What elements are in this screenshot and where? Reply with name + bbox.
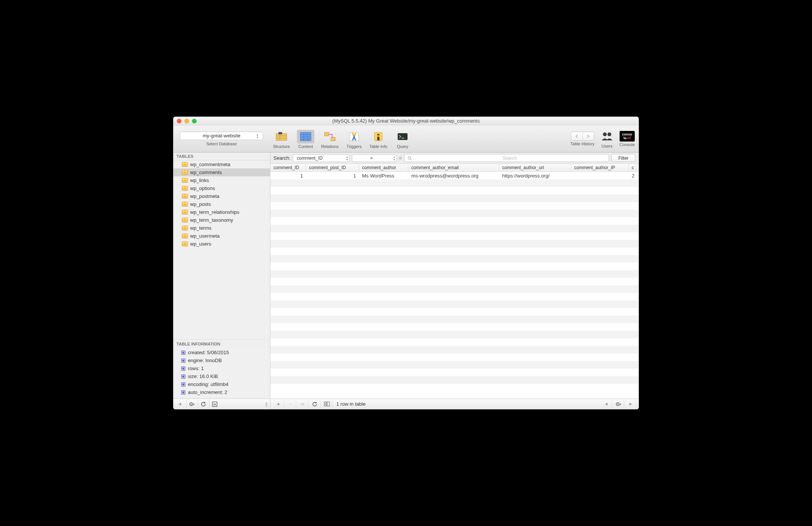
table-row-empty: [270, 285, 639, 293]
table-row-empty: [270, 217, 639, 225]
column-header[interactable]: comment_author_url: [499, 164, 571, 171]
table-history-group: Table History: [570, 132, 595, 146]
column-header[interactable]: comment_author: [359, 164, 408, 171]
table-cell[interactable]: 2: [629, 173, 636, 179]
refresh-tables-button[interactable]: [198, 400, 208, 408]
table-icon: [182, 186, 188, 191]
search-input[interactable]: Search: [404, 154, 609, 162]
window-minimize-button[interactable]: [184, 119, 189, 123]
sidebar-item-table[interactable]: wp_users: [173, 240, 270, 248]
window-zoom-button[interactable]: [192, 119, 197, 123]
page-next-button[interactable]: [625, 400, 636, 408]
sidebar-item-table[interactable]: wp_terms: [173, 224, 270, 232]
table-row-empty: [270, 247, 639, 255]
sidebar-item-table[interactable]: wp_term_relationships: [173, 208, 270, 216]
table-info-value: rows: 1: [188, 366, 204, 371]
tab-table-info[interactable]: Table Info: [367, 129, 390, 149]
search-column-select[interactable]: comment_ID ▴▾: [293, 154, 350, 162]
sidebar-bottom-bar: ＋ |||: [173, 398, 270, 409]
table-row-empty: [270, 300, 639, 308]
table-info-row: engine: InnoDB: [181, 356, 267, 364]
page-gear-button[interactable]: [613, 400, 624, 408]
table-info-row: encoding: utf8mb4: [181, 380, 267, 388]
search-label: Search:: [273, 155, 290, 161]
console-icon: conso leoff: [620, 131, 635, 142]
sidebar-item-table[interactable]: wp_term_taxonomy: [173, 216, 270, 224]
sidebar-item-table[interactable]: wp_postmeta: [173, 192, 270, 200]
stepper-icon: ▴▾: [394, 156, 395, 161]
table-cell[interactable]: https://wordpress.org/: [499, 173, 571, 179]
table-info-row: created: 5/06/2015: [181, 349, 267, 356]
table-cell[interactable]: 1: [306, 173, 359, 179]
sidebar-item-table[interactable]: wp_comments: [173, 168, 270, 176]
sidebar-item-label: wp_term_taxonomy: [190, 217, 233, 223]
duplicate-row-button[interactable]: [297, 400, 308, 408]
history-forward-button[interactable]: [582, 132, 594, 140]
sidebar-resize-grip[interactable]: |||: [265, 401, 269, 407]
users-group[interactable]: Users: [598, 129, 616, 148]
column-header[interactable]: comment_author_email: [408, 164, 499, 171]
add-row-button[interactable]: ＋: [273, 400, 284, 408]
data-grid[interactable]: comment_ID comment_post_ID comment_autho…: [270, 164, 639, 398]
search-icon: [408, 156, 412, 160]
sidebar-item-label: wp_posts: [190, 201, 211, 207]
remove-row-button[interactable]: －: [285, 400, 296, 408]
refresh-rows-button[interactable]: [309, 400, 320, 408]
tab-triggers[interactable]: Triggers: [342, 129, 366, 149]
database-selector[interactable]: my-great-website ▴▾: [180, 132, 263, 140]
add-table-button[interactable]: ＋: [175, 400, 186, 408]
sidebar-item-table[interactable]: wp_links: [173, 176, 270, 184]
svg-line-26: [411, 159, 412, 160]
svg-rect-29: [327, 402, 329, 406]
separator-dot: [399, 157, 402, 160]
svg-rect-18: [398, 133, 408, 140]
info-dot-icon: [181, 374, 186, 379]
search-operator-select[interactable]: = ▴▾: [352, 154, 397, 162]
grid-footer: ＋ － 1 row in table: [270, 398, 639, 409]
table-cell[interactable]: Ms WordPress: [359, 173, 408, 179]
row-count-status: 1 row in table: [333, 401, 369, 407]
tab-relations[interactable]: Relations: [318, 129, 342, 149]
titlebar: (MySQL 5.5.42) My Great Website/my-great…: [173, 117, 639, 125]
table-icon: [182, 170, 188, 175]
filter-button[interactable]: Filter: [611, 154, 636, 162]
column-header[interactable]: comment_ID: [270, 164, 306, 171]
users-label: Users: [601, 144, 612, 148]
window-close-button[interactable]: [177, 119, 181, 123]
info-dot-icon: [181, 390, 186, 395]
table-icon: [182, 210, 188, 215]
sidebar-item-table[interactable]: wp_posts: [173, 200, 270, 208]
body: TABLES wp_commentmetawp_commentswp_links…: [173, 153, 639, 409]
table-gear-button[interactable]: [186, 400, 197, 408]
sidebar-item-table[interactable]: wp_commentmeta: [173, 160, 270, 168]
column-header[interactable]: comment_post_ID: [306, 164, 359, 171]
table-row-empty: [270, 187, 639, 195]
table-icon: [182, 218, 188, 223]
info-dot-icon: [181, 358, 186, 363]
column-header[interactable]: comment_author_IP: [571, 164, 629, 171]
console-group[interactable]: conso leoff Console: [620, 131, 635, 147]
table-row-empty: [270, 316, 639, 323]
table-row-empty: [270, 361, 639, 369]
table-icon: [182, 226, 188, 230]
sidebar-item-table[interactable]: wp_options: [173, 184, 270, 192]
column-header[interactable]: c: [629, 164, 636, 171]
sidebar-item-label: wp_usermeta: [190, 233, 220, 239]
page-prev-button[interactable]: [601, 400, 612, 408]
table-row[interactable]: 11Ms WordPressms-wrodpress@wordpress.org…: [270, 172, 639, 179]
history-back-button[interactable]: [571, 132, 582, 140]
table-info: created: 5/06/2015engine: InnoDBrows: 1s…: [173, 348, 270, 398]
tab-query[interactable]: Query: [391, 129, 414, 149]
tab-structure[interactable]: Structure: [270, 129, 293, 149]
grid-options-button[interactable]: [321, 400, 333, 408]
table-info-row: size: 16.0 KiB: [181, 372, 267, 380]
sidebar-item-table[interactable]: wp_usermeta: [173, 232, 270, 240]
table-cell[interactable]: 1: [270, 173, 306, 179]
tab-content[interactable]: Content: [294, 129, 317, 149]
toggle-info-button[interactable]: [209, 400, 220, 408]
table-row-empty: [270, 308, 639, 316]
svg-point-25: [408, 156, 411, 159]
table-cell[interactable]: ms-wrodpress@wordpress.org: [408, 173, 499, 179]
info-dot-icon: [181, 350, 186, 355]
tab-relations-label: Relations: [321, 144, 339, 149]
